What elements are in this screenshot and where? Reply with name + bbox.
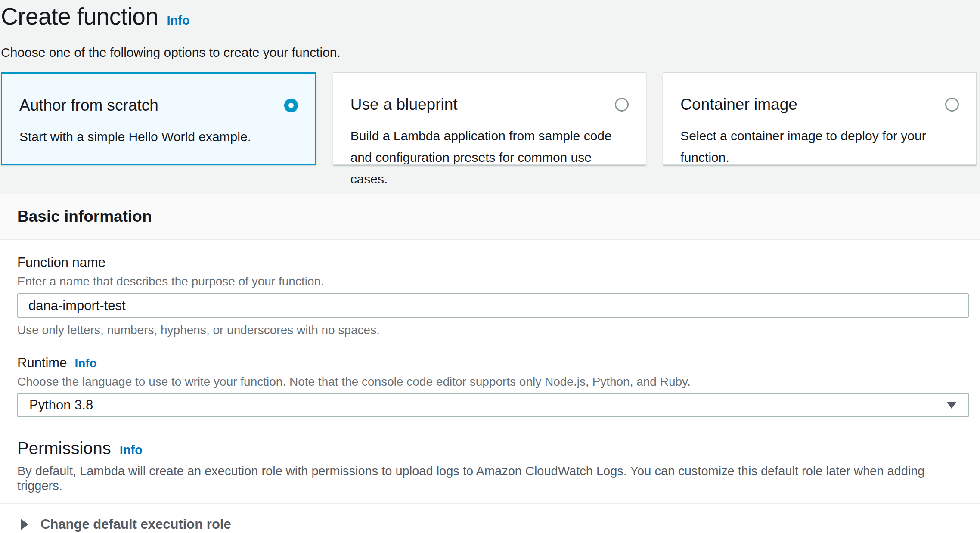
basic-information-heading: Basic information xyxy=(17,208,152,226)
page-title-info-link[interactable]: Info xyxy=(167,13,190,28)
creation-option-tiles: Author from scratch Start with a simple … xyxy=(1,72,977,165)
runtime-select[interactable]: Python 3.8 xyxy=(17,393,969,417)
page-title: Create function xyxy=(1,3,158,29)
basic-information-header: Basic information xyxy=(0,194,980,240)
permissions-info-link[interactable]: Info xyxy=(120,443,143,457)
caret-right-icon xyxy=(21,519,28,530)
tile-description: Select a container image to deploy for y… xyxy=(680,125,959,168)
tile-use-a-blueprint[interactable]: Use a blueprint Build a Lambda applicati… xyxy=(333,72,647,165)
runtime-description: Choose the language to use to write your… xyxy=(17,375,969,389)
change-default-execution-role-expander[interactable]: Change default execution role xyxy=(0,503,980,533)
tile-title: Use a blueprint xyxy=(350,95,458,114)
page-header: Create function Info Choose one of the f… xyxy=(0,0,980,60)
function-name-input[interactable] xyxy=(17,293,969,318)
tile-title: Container image xyxy=(680,95,797,114)
tile-container-image[interactable]: Container image Select a container image… xyxy=(663,72,977,165)
tile-author-from-scratch[interactable]: Author from scratch Start with a simple … xyxy=(1,72,316,165)
runtime-selected-value: Python 3.8 xyxy=(29,397,93,413)
tile-description: Start with a simple Hello World example. xyxy=(19,126,298,148)
runtime-label: Runtime xyxy=(17,355,67,371)
basic-information-section: Basic information Function name Enter a … xyxy=(0,194,980,533)
radio-author-from-scratch[interactable] xyxy=(284,99,298,112)
page-subtitle: Choose one of the following options to c… xyxy=(1,45,980,60)
function-name-constraint: Use only letters, numbers, hyphens, or u… xyxy=(17,323,969,338)
basic-information-body: Function name Enter a name that describe… xyxy=(0,240,980,503)
tile-description: Build a Lambda application from sample c… xyxy=(350,125,629,190)
chevron-down-icon xyxy=(946,402,957,409)
permissions-heading: Permissions xyxy=(17,438,111,459)
tile-title: Author from scratch xyxy=(19,96,158,115)
change-default-execution-role-label: Change default execution role xyxy=(40,517,231,532)
function-name-label: Function name xyxy=(17,254,969,271)
permissions-description: By default, Lambda will create an execut… xyxy=(17,464,969,493)
runtime-info-link[interactable]: Info xyxy=(74,356,96,370)
function-name-description: Enter a name that describes the purpose … xyxy=(17,274,969,289)
radio-container-image[interactable] xyxy=(945,98,959,112)
radio-use-a-blueprint[interactable] xyxy=(615,98,629,112)
